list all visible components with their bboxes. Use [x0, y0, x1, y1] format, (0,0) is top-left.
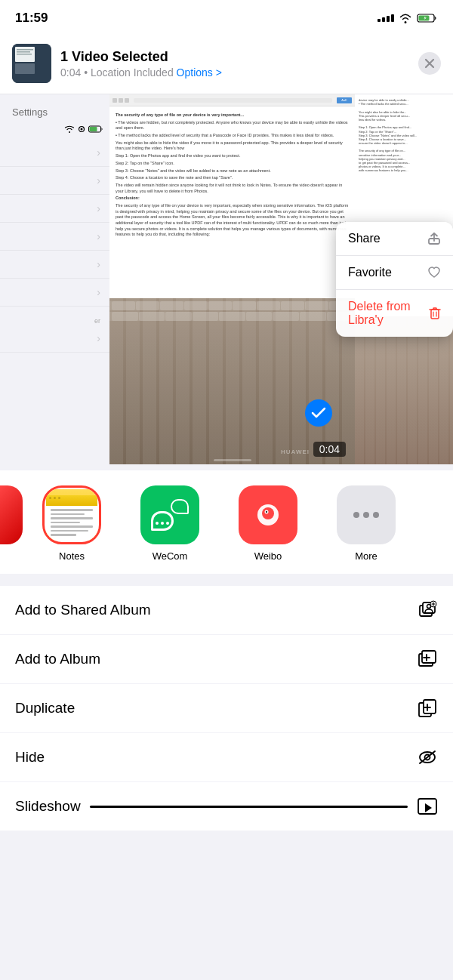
video-selected-check [305, 399, 332, 427]
svg-rect-25 [424, 700, 436, 713]
svg-rect-23 [422, 651, 436, 663]
context-menu-delete[interactable]: Delete from Libra'y [336, 290, 453, 337]
app-label-wecom: WeCom [153, 550, 188, 562]
svg-rect-11 [90, 127, 97, 131]
share-icon [427, 232, 441, 245]
trash-icon [429, 307, 441, 320]
context-menu-share-label: Share [348, 232, 381, 245]
share-thumbnail [12, 44, 51, 83]
svg-point-17 [266, 511, 267, 513]
svg-point-15 [262, 507, 274, 519]
wecom-app-icon [140, 485, 199, 544]
action-label-album: Add to Album [15, 651, 100, 667]
app-item-notes[interactable]: Notes [23, 485, 121, 562]
svg-rect-13 [431, 310, 439, 319]
overflow-app-partial [0, 485, 23, 544]
action-list: Add to Shared Album Add to Album [0, 586, 453, 781]
settings-item-7[interactable]: › [0, 325, 109, 353]
shared-album-icon [417, 599, 438, 621]
share-close-button[interactable] [418, 52, 441, 75]
wifi-icon [399, 13, 412, 23]
settings-bottom-label: er [0, 307, 109, 325]
app-label-weibo: Weibo [254, 550, 282, 562]
app-item-wecom[interactable]: WeCom [121, 485, 219, 562]
slideshow-item[interactable]: Slideshow [0, 781, 453, 831]
svg-point-9 [81, 128, 83, 131]
settings-item-1[interactable]: › [0, 139, 109, 167]
share-meta: 0:04 • Location Included Options > [60, 66, 409, 79]
action-hide[interactable]: Hide [0, 733, 453, 781]
video-text-area: AaE The security of any type of file on … [109, 94, 355, 298]
context-menu: Share Favorite Delete fr [336, 222, 453, 337]
photo-strip: Settings › › › › [0, 94, 453, 464]
hide-icon [417, 747, 438, 768]
heart-icon [427, 267, 441, 279]
svg-rect-1 [419, 16, 430, 21]
context-menu-favorite-label: Favorite [348, 266, 392, 279]
share-info: 1 Video Selected 0:04 • Location Include… [60, 49, 409, 79]
app-label-notes: Notes [59, 550, 85, 562]
signal-icon [378, 14, 394, 22]
action-label-hide: Hide [15, 749, 45, 766]
main-video-preview[interactable]: AaE The security of any type of file on … [109, 94, 355, 464]
action-duplicate[interactable]: Duplicate [0, 684, 453, 733]
context-menu-share[interactable]: Share [336, 222, 453, 256]
more-app-icon [337, 485, 396, 544]
slideshow-icon [417, 796, 438, 817]
settings-item-2[interactable]: › [0, 167, 109, 195]
app-label-more: More [355, 550, 378, 562]
duplicate-icon [417, 698, 438, 719]
app-item-weibo[interactable]: Weibo [219, 485, 317, 562]
slideshow-divider-line [90, 806, 408, 808]
settings-label: Settings [0, 103, 109, 124]
action-add-album[interactable]: Add to Album [0, 635, 453, 684]
svg-rect-6 [17, 54, 32, 55]
video-duration-badge: 0:04 [313, 442, 346, 457]
svg-rect-7 [15, 63, 35, 74]
action-label-shared-album: Add to Shared Album [15, 602, 151, 618]
app-item-more[interactable]: More [317, 485, 415, 562]
action-add-shared-album[interactable]: Add to Shared Album [0, 586, 453, 635]
notes-app-icon [46, 489, 97, 541]
battery-icon [417, 13, 438, 23]
settings-item-5[interactable]: › [0, 251, 109, 279]
app-share-row: Notes WeCom [0, 470, 453, 574]
video-keyboard: HUAWEI [109, 298, 355, 465]
settings-item-4[interactable]: › [0, 223, 109, 251]
slideshow-label: Slideshow [15, 798, 81, 815]
status-icons [378, 13, 438, 23]
settings-panel: Settings › › › › [0, 94, 109, 464]
weibo-app-icon [239, 485, 297, 544]
svg-rect-4 [17, 49, 33, 51]
chevron-icon: › [97, 146, 100, 159]
status-time: 11:59 [15, 11, 48, 26]
svg-rect-5 [17, 51, 30, 53]
right-panel: device may be able to easily unhide... •… [355, 94, 453, 464]
album-icon [417, 649, 438, 670]
section-divider-2 [0, 574, 453, 580]
share-duration: 0:04 [60, 66, 81, 79]
share-title: 1 Video Selected [60, 49, 409, 65]
context-menu-favorite[interactable]: Favorite [336, 256, 453, 290]
status-bar: 11:59 [0, 0, 453, 33]
section-divider-1 [0, 464, 453, 470]
share-options-link[interactable]: Options > [177, 66, 222, 79]
settings-item-3[interactable]: › [0, 195, 109, 223]
settings-item-6[interactable]: › [0, 279, 109, 307]
context-menu-delete-label: Delete from Libra'y [348, 300, 429, 327]
share-location: Location Included [91, 66, 174, 79]
action-label-duplicate: Duplicate [15, 700, 75, 717]
share-header: 1 Video Selected 0:04 • Location Include… [0, 33, 453, 94]
video-document-text: The security of any type of file on your… [109, 106, 355, 244]
